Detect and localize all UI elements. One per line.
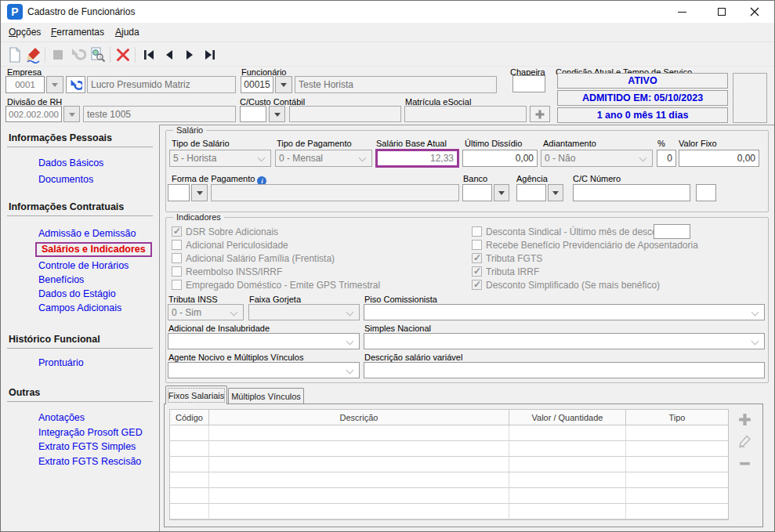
banco-field[interactable] [462, 184, 492, 201]
checkbox-adicional-salario-familia[interactable] [172, 253, 182, 263]
sidebar-item-anotacoes[interactable]: Anotações [38, 412, 85, 423]
tab-fixos-salariais[interactable]: Fixos Salariais [165, 385, 227, 404]
sidebar-item-documentos[interactable]: Documentos [38, 174, 93, 185]
grid-remove-button[interactable] [736, 454, 753, 472]
matricula-add-button[interactable] [530, 106, 550, 122]
checkbox-tributa-fgts[interactable] [472, 253, 482, 263]
faixa-gorjeta-select[interactable] [248, 304, 360, 320]
checkbox-adicional-periculosidade[interactable] [172, 240, 182, 250]
checkbox-desconta-sindical[interactable] [472, 226, 482, 237]
tipo-salario-select[interactable]: 5 - Horista [169, 150, 271, 167]
checkbox-label: Empregado Doméstico - Emite GPS Trimestr… [186, 280, 380, 291]
sindical-mes-field[interactable] [654, 224, 690, 239]
checkbox-label: Recebe Benefício Previdenciário de Apose… [486, 240, 698, 251]
condicao-admissao: ADMITIDO EM: 05/10/2023 [557, 90, 728, 106]
empresa-refresh-button[interactable] [66, 76, 85, 93]
cc-digito-field[interactable] [696, 184, 716, 201]
funcionario-code-field[interactable]: 00015 [241, 76, 273, 93]
app-window: P Cadastro de Funcionários Opções Ferram… [0, 0, 775, 532]
menu-ajuda[interactable]: Ajuda [115, 27, 139, 38]
banco-dropdown-button[interactable] [494, 184, 509, 201]
menu-ferramentas[interactable]: Ferramentas [51, 27, 104, 38]
sidebar-item-campos-adicionais[interactable]: Campos Adicionais [38, 302, 121, 313]
nav-last-button[interactable] [201, 45, 219, 63]
ultimo-dissidio-field[interactable]: 0,00 [462, 150, 538, 167]
title-bar: P Cadastro de Funcionários [1, 1, 774, 23]
grid-add-button[interactable] [736, 411, 753, 428]
sidebar-item-salarios-indicadores[interactable]: Salários e Indicadores [35, 242, 152, 257]
close-button[interactable] [742, 1, 767, 23]
tipo-pagamento-select[interactable]: 0 - Mensal [275, 150, 372, 167]
ccusto-code-field[interactable] [240, 106, 266, 122]
sidebar-item-prontuario[interactable]: Prontuário [38, 357, 84, 368]
save-button[interactable] [49, 45, 67, 63]
banco-label: Banco [463, 174, 487, 183]
checkbox-desconto-simplificado[interactable] [472, 280, 482, 290]
valor-fixo-field[interactable]: 0,00 [679, 150, 759, 167]
empresa-code-field[interactable]: 0001 [5, 76, 45, 93]
agente-nocivo-label: Agente Nocivo e Múltiplos Vínculos [168, 353, 303, 362]
agencia-field[interactable] [516, 184, 546, 201]
grid-body[interactable] [170, 425, 728, 519]
forma-pagamento-name-field[interactable] [211, 184, 459, 201]
new-record-button[interactable] [5, 45, 24, 63]
sidebar-item-extrato-fgts-simples[interactable]: Extrato FGTS Simples [38, 441, 136, 452]
sidebar-item-extrato-fgts-rescisao[interactable]: Extrato FGTS Rescisão [38, 456, 141, 467]
ccusto-name-field[interactable] [289, 106, 401, 122]
sidebar-item-dados-basicos[interactable]: Dados Básicos [38, 157, 103, 168]
agente-nocivo-select[interactable] [168, 362, 360, 378]
adiantamento-select[interactable]: 0 - Não [541, 150, 653, 167]
grid-header-row: Código Descrição Valor / Quantidade Tipo [170, 410, 728, 425]
forma-pagamento-code-field[interactable] [168, 184, 190, 201]
checkbox-label: Adicional Periculosidade [186, 240, 288, 251]
salario-base-field[interactable]: 12,33 [375, 149, 459, 168]
minimize-button[interactable] [669, 1, 694, 23]
checkbox-recebe-beneficio[interactable] [472, 240, 482, 250]
checkbox-label: Tributa FGTS [486, 253, 542, 264]
divisao-rh-name-field[interactable]: teste 1005 [83, 106, 236, 122]
sidebar-item-dados-estagio[interactable]: Dados do Estágio [38, 288, 116, 299]
valor-fixo-label: Valor Fixo [679, 139, 717, 148]
sidebar-item-controle-horarios[interactable]: Controle de Horários [38, 260, 129, 271]
chapeira-field[interactable] [512, 75, 545, 92]
nav-first-button[interactable] [139, 45, 158, 63]
checkbox-dsr-sobre-adicionais[interactable] [172, 226, 182, 237]
percent-field[interactable]: 0 [657, 150, 676, 167]
sidebar-item-admissao-demissao[interactable]: Admissão e Demissão [38, 228, 136, 239]
checkbox-reembolso-inss-irrf[interactable] [172, 266, 182, 277]
empresa-dropdown-button[interactable] [46, 76, 63, 93]
agencia-dropdown-button[interactable] [548, 184, 563, 201]
cancel-button[interactable] [68, 45, 86, 63]
edit-button[interactable] [24, 45, 42, 63]
funcionario-name-field[interactable]: Teste Horista [295, 76, 497, 93]
descricao-salario-variavel-field[interactable] [364, 362, 765, 378]
piso-comissionista-label: Piso Comissionista [364, 295, 437, 304]
sidebar-item-beneficios[interactable]: Benefícios [38, 274, 84, 285]
checkbox-tributa-irrf[interactable] [472, 266, 482, 277]
tab-multiplos-vinculos[interactable]: Múltiplos Vínculos [228, 388, 304, 404]
funcionario-dropdown-button[interactable] [275, 76, 292, 93]
nav-prev-button[interactable] [160, 45, 178, 63]
adicional-insalubridade-select[interactable] [168, 333, 360, 349]
ccusto-dropdown-button[interactable] [269, 106, 285, 122]
forma-pagamento-dropdown-button[interactable] [191, 184, 208, 201]
sidebar-item-integracao-prosoft-ged[interactable]: Integração Prosoft GED [38, 427, 143, 438]
menu-opcoes[interactable]: Opções [9, 27, 41, 38]
piso-comissionista-select[interactable] [364, 304, 765, 320]
nav-next-button[interactable] [180, 45, 198, 63]
divisao-rh-code-field[interactable]: 002.002.000 [5, 106, 62, 122]
undo-icon [69, 46, 86, 63]
grid-edit-button[interactable] [736, 432, 753, 450]
preview-button[interactable] [89, 45, 107, 63]
adiantamento-label: Adiantamento [543, 139, 596, 148]
tributa-inss-select[interactable]: 0 - Sim [168, 304, 244, 320]
maximize-button[interactable] [709, 1, 734, 23]
checkbox-label: Reembolso INSS/IRRF [186, 266, 282, 277]
cc-numero-field[interactable] [573, 184, 690, 201]
checkbox-empregado-domestico[interactable] [172, 280, 182, 290]
delete-button[interactable] [114, 45, 132, 63]
divisao-rh-dropdown-button[interactable] [63, 106, 80, 122]
matricula-esocial-field[interactable] [404, 106, 527, 122]
simples-nacional-select[interactable] [364, 333, 765, 349]
empresa-name-field[interactable]: Lucro Presumido Matriz [87, 76, 236, 93]
